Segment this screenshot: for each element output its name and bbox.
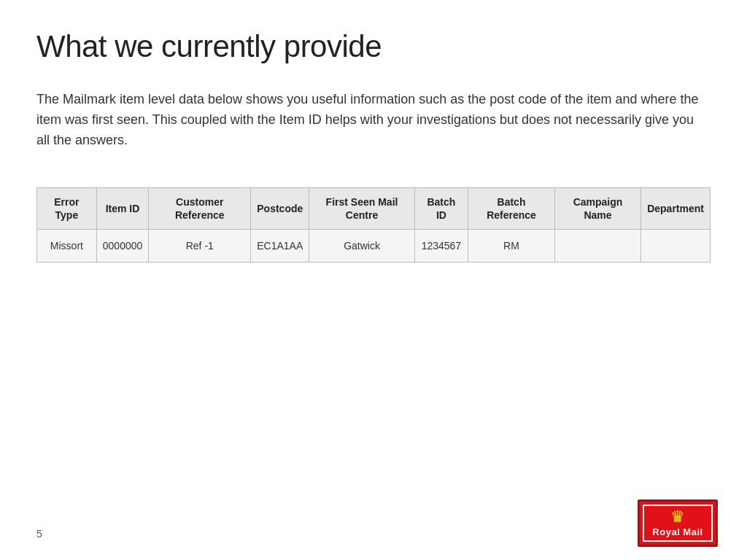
table-container: Error Type Item ID Customer Reference Po… (36, 187, 711, 262)
crown-icon: ♛ (670, 509, 685, 525)
cell-first-seen-mail-centre: Gatwick (309, 230, 414, 262)
cell-batch-reference: RM (468, 230, 555, 262)
cell-department (641, 230, 711, 262)
page-number: 5 (36, 528, 42, 540)
col-header-postcode: Postcode (251, 187, 309, 229)
cell-item-id: 0000000 (96, 230, 149, 262)
cell-campaign-name (554, 230, 640, 262)
cell-batch-id: 1234567 (414, 230, 468, 262)
cell-error-type: Missort (37, 230, 97, 262)
table-header-row: Error Type Item ID Customer Reference Po… (37, 187, 711, 229)
body-text: The Mailmark item level data below shows… (36, 90, 708, 151)
col-header-first-seen-mail-centre: First Seen Mail Centre (309, 187, 414, 229)
col-header-batch-reference: Batch Reference (468, 187, 555, 229)
page-title: What we currently provide (36, 29, 711, 64)
royal-mail-logo: ♛ Royal Mail (638, 499, 718, 547)
logo-border-box: ♛ Royal Mail (643, 505, 713, 542)
table-row: Missort 0000000 Ref -1 EC1A1AA Gatwick 1… (37, 230, 711, 262)
cell-customer-reference: Ref -1 (149, 230, 251, 262)
col-header-department: Department (641, 187, 711, 229)
page-container: What we currently provide The Mailmark i… (0, 0, 747, 560)
data-table: Error Type Item ID Customer Reference Po… (36, 187, 711, 262)
col-header-item-id: Item ID (96, 187, 149, 229)
logo-text: Royal Mail (652, 526, 703, 537)
col-header-batch-id: Batch ID (414, 187, 468, 229)
logo-box: ♛ Royal Mail (638, 499, 718, 547)
cell-postcode: EC1A1AA (251, 230, 309, 262)
col-header-customer-reference: Customer Reference (149, 187, 251, 229)
col-header-campaign-name: Campaign Name (554, 187, 640, 229)
col-header-error-type: Error Type (37, 187, 97, 229)
